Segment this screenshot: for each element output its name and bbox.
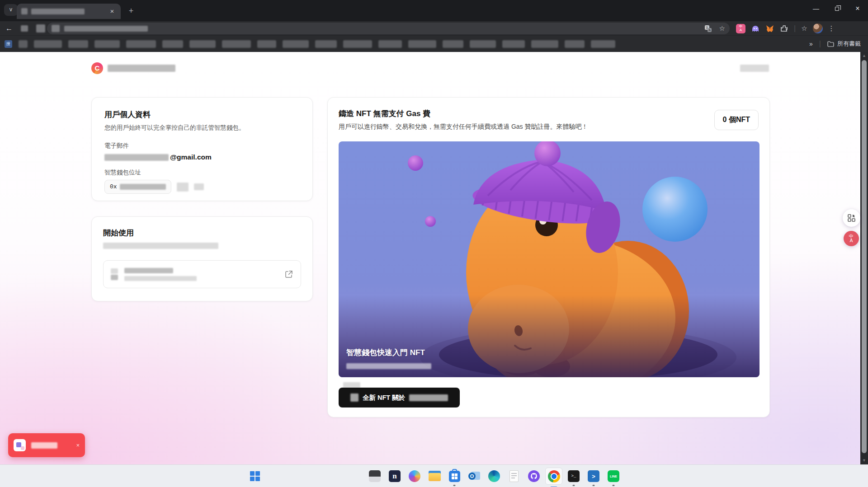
tab-search-button[interactable]: v [4,4,18,16]
site-info-icon-blurred[interactable] [52,25,60,32]
collect-squares-icon [848,214,856,222]
taskbar-app-explorer[interactable] [427,469,442,483]
collector-tool-button[interactable] [843,209,860,227]
wallet-address-blurred [120,184,166,190]
bookmarks-overflow-chevron[interactable]: » [809,40,813,47]
new-tab-button[interactable]: + [125,6,137,17]
outlook-icon: O [468,471,480,482]
scroll-up-arrow[interactable]: ▲ [862,53,867,58]
taskbar-app-github[interactable] [527,469,541,483]
taskbar-app-edge[interactable] [487,469,501,483]
tab-title-blurred [31,9,85,14]
item-title-blurred [124,268,173,273]
email-label: 電子郵件 [104,142,300,150]
taskbar-app-chrome-active[interactable] [545,468,562,485]
tab-favicon [21,8,28,14]
scroll-down-arrow[interactable]: ▼ [862,458,867,463]
start-button[interactable] [248,469,262,483]
taskbar-app-powershell[interactable]: > [586,469,601,483]
taskbar-app-line[interactable]: LINE [606,469,621,483]
bookmark-item[interactable] [591,40,615,48]
bookmark-item[interactable] [283,40,309,48]
page-scrollbar[interactable]: ▲ ▼ [860,52,868,464]
bookmark-star-icon[interactable]: ☆ [719,24,725,33]
forward-button-blurred[interactable] [21,25,28,32]
back-button[interactable]: ← [5,24,13,33]
bookmark-item[interactable] [502,40,525,48]
bookmark-item[interactable] [34,40,62,48]
toast-app-icon [14,439,26,451]
bookmark-item[interactable] [126,40,156,48]
bookmark-item[interactable] [565,40,585,48]
immersive-translate-float-button[interactable]: 中 A [844,231,859,246]
bookmark-item[interactable] [343,40,372,48]
bookmark-item[interactable] [443,40,463,48]
error-toast[interactable]: × [8,433,85,457]
hero-caption: 智慧錢包快速入門 NFT [346,347,425,358]
bookmark-item[interactable] [68,40,88,48]
bookmark-item[interactable] [162,40,183,48]
site-title-blurred [108,65,175,72]
reload-button-blurred[interactable] [36,24,45,33]
bookmark-item[interactable] [315,40,337,48]
taskbar-app-store[interactable] [447,469,462,483]
metamask-extension-icon[interactable] [765,24,774,33]
taskbar-app-copilot[interactable] [407,469,422,483]
browser-tab[interactable]: × [17,4,121,19]
immersive-translate-extension-icon[interactable]: 中A [736,24,745,33]
window-close-button[interactable]: × [847,0,868,17]
bookmark-item[interactable] [470,40,496,48]
phantom-wallet-extension-icon[interactable] [751,24,760,33]
bookmark-item[interactable] [531,40,558,48]
browser-menu-icon[interactable]: ⋮ [828,24,835,33]
getting-started-link-item[interactable] [103,260,301,288]
extensions-puzzle-icon[interactable] [780,24,788,33]
getting-started-title: 開始使用 [103,228,301,238]
bookmark-item[interactable] [189,40,216,48]
running-indicator [613,485,615,486]
taskbar-app-outlook[interactable]: O [467,469,481,483]
edge-icon [488,470,500,482]
all-bookmarks-button[interactable]: 所有書籤 [827,40,861,48]
bookmark-item[interactable] [408,40,436,48]
header-action-blurred[interactable] [740,65,769,72]
wallet-address-pill[interactable]: 0x [104,180,171,194]
running-indicator [573,485,575,486]
window-minimize-button[interactable]: — [806,0,826,17]
bookmark-item[interactable] [222,40,251,48]
tab-close-icon[interactable]: × [108,7,116,15]
address-bar[interactable]: 文A ☆ [47,23,730,34]
bookmark-favicon[interactable]: 搜 [5,40,12,48]
button-icon-blurred [350,393,359,402]
taskbar-app-notion[interactable]: n [387,469,402,483]
terminal-icon: >_ [568,470,580,482]
svg-text:A: A [708,28,711,32]
nft-hero-image[interactable]: 智慧錢包快速入門 NFT [339,141,760,377]
bookmark-item[interactable] [19,40,28,48]
side-panel-star-icon[interactable]: ☆ [801,24,807,33]
bookmark-item[interactable] [94,40,120,48]
taskbar-app-notepad[interactable] [507,469,521,483]
github-icon [528,470,540,482]
taskbar-app-photos[interactable] [368,469,382,483]
getting-started-desc-blurred [103,243,218,249]
bookmarks-bar: 搜 » | 所有書籤 [0,35,868,52]
profile-avatar[interactable] [813,23,823,33]
browser-tabstrip: v × + — × [0,0,868,21]
toast-close-icon[interactable]: × [76,442,80,449]
ms-store-icon [449,471,460,482]
window-restore-button[interactable] [826,0,847,17]
bookmark-item[interactable] [378,40,402,48]
chrome-icon [548,470,560,482]
bookmark-item[interactable] [257,40,276,48]
copy-address-button-blurred[interactable] [177,183,189,192]
button-suffix-blurred [409,394,448,401]
external-link-icon[interactable] [284,270,293,279]
taskbar-app-terminal[interactable]: >_ [566,469,581,483]
running-indicator [453,485,456,486]
scrollbar-thumb[interactable] [862,60,867,453]
translate-page-icon[interactable]: 文A [704,25,712,33]
folder-icon [827,41,834,47]
site-logo[interactable]: C [91,62,103,74]
mint-nft-button[interactable]: 全新 NFT 關於 [339,388,460,407]
